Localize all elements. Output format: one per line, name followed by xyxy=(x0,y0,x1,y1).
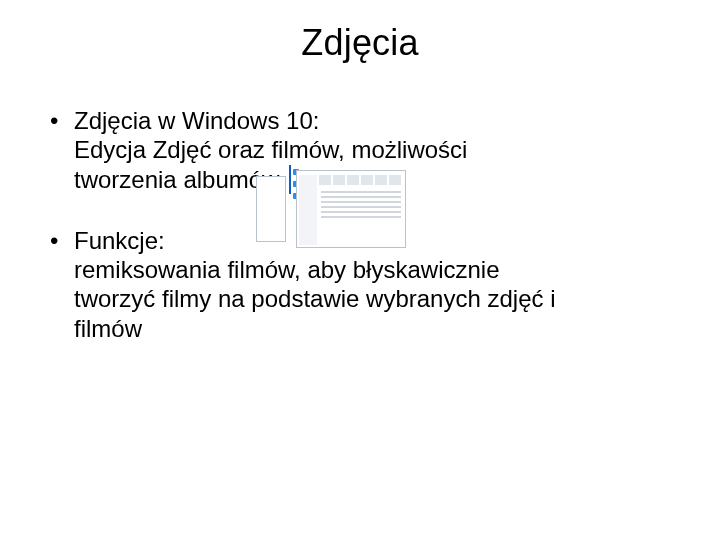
bullet-2-line3: filmów xyxy=(74,314,672,343)
slide-body: Zdjęcia w Windows 10: Edycja Zdjęć oraz … xyxy=(48,106,672,343)
bullet-2-line2: tworzyć filmy na podstawie wybranych zdj… xyxy=(74,284,672,313)
bullet-2-line1: remiksowania filmów, aby błyskawicznie xyxy=(74,255,672,284)
embedded-screenshot xyxy=(289,165,291,194)
bullet-list: Zdjęcia w Windows 10: Edycja Zdjęć oraz … xyxy=(48,106,672,343)
windows-desktop-screenshot-icon xyxy=(289,165,291,194)
bullet-item-1: Zdjęcia w Windows 10: Edycja Zdjęć oraz … xyxy=(48,106,672,194)
bullet-1-head: Zdjęcia w Windows 10: xyxy=(74,106,672,135)
bullet-1-line1: Edycja Zdjęć oraz filmów, możliwości xyxy=(74,135,672,164)
bullet-1-line2: tworzenia albumów xyxy=(74,165,279,194)
bullet-2-head: Funkcje: xyxy=(74,226,672,255)
bullet-item-2: Funkcje: remiksowania filmów, aby błyska… xyxy=(48,226,672,343)
slide-title: Zdjęcia xyxy=(48,22,672,64)
slide: Zdjęcia Zdjęcia w Windows 10: Edycja Zdj… xyxy=(0,0,720,540)
